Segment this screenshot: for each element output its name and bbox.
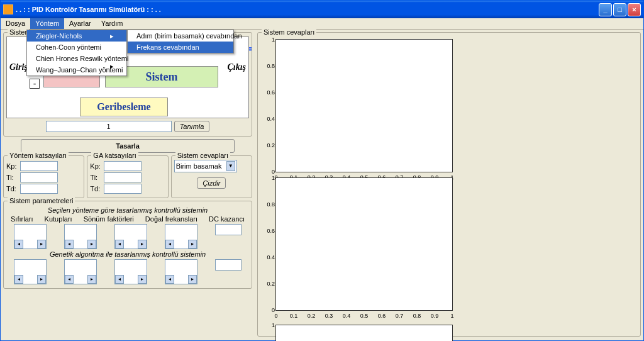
ga-kp-input[interactable] (104, 161, 142, 171)
plot-top-right: 00.20.40.60.8100.10.20.30.40.50.60.70.80… (275, 177, 453, 311)
titlebar: . . : : PID Kontrolör Tasarımı Simülatör… (1, 1, 643, 18)
ga-coef-legend: GA katsayıları (91, 152, 138, 159)
td-label: Td: (6, 185, 20, 193)
poles-list-2[interactable]: ◂▸ (64, 259, 97, 284)
col-dc: DC kazancı (209, 215, 245, 223)
responses-legend: Sistem cevapları (262, 28, 316, 36)
sister-tab: Sister (8, 28, 29, 36)
minimize-button[interactable]: _ (599, 3, 612, 16)
maximize-button[interactable]: □ (613, 3, 626, 16)
ga-ti-input[interactable] (104, 172, 142, 182)
kp-label: Kp: (6, 162, 20, 170)
menu-yontem[interactable]: Yöntem (30, 18, 64, 29)
window-title: . . : : PID Kontrolör Tasarımı Simülatör… (16, 6, 599, 13)
close-button[interactable]: × (628, 3, 641, 16)
kp-input[interactable] (20, 161, 58, 171)
col-sonum: Sönüm faktörleri (84, 215, 134, 223)
chevron-down-icon: ▼ (226, 161, 235, 171)
ga-td-label: Td: (90, 185, 104, 193)
ti-input[interactable] (20, 172, 58, 182)
menu-frekans-cevap[interactable]: Frekans cevabından (128, 42, 233, 53)
tanimla-button[interactable]: Tanımla (174, 121, 210, 132)
menu-cohen-coon[interactable]: Cohen-Coon yöntemi (27, 42, 126, 53)
zeros-list-1[interactable]: ◂▸ (14, 224, 47, 249)
diagram-input-label: Giriş (9, 62, 28, 72)
yontem-coef-legend: Yöntem katsayıları (8, 152, 69, 159)
plot-bottom-left: 00.20.40.60.8100.10.20.30.40.50.60.70.80… (275, 325, 453, 341)
dcgain-input-2[interactable] (215, 259, 242, 271)
dropdown-yontem: Ziegler-Nichols▸ Cohen-Coon yöntemi Chie… (26, 30, 127, 76)
dropdown-ziegler-sub: Adım (birim basamak) cevabından Frekans … (127, 30, 234, 53)
diagram-output-label: Çıkış (227, 62, 246, 72)
menu-ayarlar[interactable]: Ayarlar (64, 18, 96, 29)
menu-yardim[interactable]: Yardım (96, 18, 128, 29)
diagram-summing-junction: - (30, 79, 40, 89)
tasarla-button[interactable]: Tasarla (21, 139, 235, 153)
param-subtitle-1: Seçilen yönteme göre tasarlanmış kontrol… (6, 206, 249, 214)
damping-list-1[interactable]: ◂▸ (114, 224, 147, 249)
diagram-feedback-block: Geribesleme (80, 98, 168, 116)
cizdir-button[interactable]: Çizdir (197, 177, 226, 189)
col-frekans: Doğal frekansları (145, 215, 197, 223)
menu-chien-hrones[interactable]: Chien Hrones Reswik yöntemi▸ (27, 53, 126, 64)
col-kutuplari: Kutupları (45, 215, 72, 223)
app-icon (3, 4, 13, 14)
damping-list-2[interactable]: ◂▸ (114, 259, 147, 284)
transfer-function-input[interactable] (46, 121, 172, 132)
plot-top-left: 00.20.40.60.8100.10.20.30.40.50.60.70.80… (275, 39, 453, 172)
menu-dosya[interactable]: Dosya (1, 18, 30, 29)
system-params-legend: Sistem parametreleri (8, 197, 75, 204)
ga-kp-label: Kp: (90, 162, 104, 170)
menu-ziegler-nichols[interactable]: Ziegler-Nichols▸ (27, 30, 126, 42)
poles-list-1[interactable]: ◂▸ (64, 224, 97, 249)
response-type-select[interactable]: Birim basamak ▼ (174, 160, 237, 172)
response-legend: Sistem cevapları (175, 152, 230, 159)
natfreq-list-2[interactable]: ◂▸ (165, 259, 197, 284)
menu-wang-juang[interactable]: Wang–Juang–Chan yöntemi (27, 64, 126, 75)
param-subtitle-2: Genetik algoritma ile tasarlanmış kontro… (6, 250, 249, 258)
ga-ti-label: Ti: (90, 174, 104, 181)
ga-td-input[interactable] (104, 184, 142, 194)
col-sifirlari: Sıfırları (11, 215, 33, 223)
zeros-list-2[interactable]: ◂▸ (14, 259, 47, 284)
td-input[interactable] (20, 184, 58, 194)
menubar: Dosya Yöntem Ayarlar Yardım (1, 18, 643, 30)
response-type-value: Birim basamak (176, 162, 222, 170)
menu-adim-cevap[interactable]: Adım (birim basamak) cevabından (128, 30, 233, 42)
dcgain-input-1[interactable] (215, 224, 242, 235)
ti-label: Ti: (6, 174, 20, 181)
natfreq-list-1[interactable]: ◂▸ (165, 224, 197, 249)
